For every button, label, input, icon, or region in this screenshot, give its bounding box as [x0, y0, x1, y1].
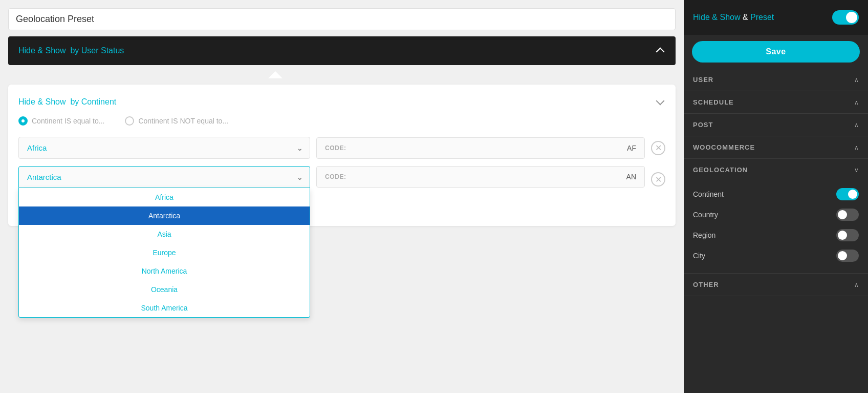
preset-title-input[interactable]: Geolocation Preset [8, 8, 676, 30]
schedule-chevron-icon [854, 99, 859, 106]
save-button[interactable]: Save [692, 41, 860, 63]
sidebar-section-other-header[interactable]: OTHER [684, 274, 868, 296]
geo-city-label: City [693, 252, 705, 260]
sidebar-section-schedule-label: SCHEDULE [693, 98, 734, 106]
remove-row-1-button[interactable]: ✕ [651, 141, 665, 155]
geo-item-continent: Continent [693, 184, 859, 204]
user-status-chevron-up-icon [655, 46, 665, 56]
user-chevron-icon [854, 76, 859, 84]
dropdown-item-antarctica[interactable]: Antarctica [19, 206, 310, 225]
geo-item-region: Region [693, 225, 859, 245]
dropdown-item-south-america[interactable]: South America [19, 299, 310, 317]
post-chevron-icon [854, 121, 859, 129]
sidebar-section-post-label: POST [693, 121, 713, 129]
dropdown-item-north-america[interactable]: North America [19, 262, 310, 280]
sidebar-section-woocommerce-header[interactable]: WOOCOMMERCE [684, 136, 868, 158]
user-status-bar[interactable]: Hide & Show by User Status [8, 36, 676, 65]
preset-toggle-slider [832, 10, 859, 25]
sidebar-header-title: Hide & Show & Preset [693, 13, 774, 22]
sidebar: Hide & Show & Preset Save USER SCHEDULE … [684, 0, 868, 393]
dropdown-item-asia[interactable]: Asia [19, 225, 310, 243]
continent-select-value-1: Africa [27, 143, 47, 152]
code-value-2: AN [626, 173, 636, 181]
continent-select-value-2: Antarctica [27, 173, 61, 181]
dropdown-item-oceania[interactable]: Oceania [19, 280, 310, 299]
geo-region-label: Region [693, 231, 715, 239]
code-label-1: CODE: [325, 144, 346, 152]
radio-circle-inactive [125, 116, 134, 126]
user-status-bar-title: Hide & Show by User Status [18, 46, 124, 55]
sidebar-section-geolocation: GEOLOCATION Continent Country Region [684, 159, 868, 274]
continent-toggle[interactable] [836, 188, 859, 200]
continent-row-1: Africa ⌄ CODE: AF ✕ [18, 137, 665, 159]
continent-panel-chevron-icon[interactable] [655, 97, 665, 107]
sidebar-section-schedule-header[interactable]: SCHEDULE [684, 91, 868, 113]
sidebar-section-geolocation-label: GEOLOCATION [693, 166, 748, 174]
radio-is-equal[interactable]: Continent IS equal to... [18, 116, 104, 126]
sidebar-header: Hide & Show & Preset [684, 0, 868, 35]
geo-item-country: Country [693, 204, 859, 225]
dropdown-pointer [268, 71, 283, 78]
dropdown-item-europe[interactable]: Europe [19, 243, 310, 262]
main-content: Geolocation Preset Hide & Show by User S… [0, 0, 684, 393]
sidebar-section-other: OTHER [684, 274, 868, 296]
continent-toggle-slider [836, 188, 859, 200]
radio-is-label: Continent IS equal to... [32, 117, 104, 125]
code-value-1: AF [627, 144, 636, 152]
sidebar-section-geolocation-header[interactable]: GEOLOCATION [684, 159, 868, 181]
city-toggle-slider [836, 250, 859, 262]
continent-select-1[interactable]: Africa [18, 137, 310, 159]
continent-row-2: Antarctica ⌄ Africa Antarctica Asia Euro… [18, 166, 665, 188]
geo-item-city: City [693, 245, 859, 266]
sidebar-section-post: POST [684, 114, 868, 136]
sidebar-section-woocommerce: WOOCOMMERCE [684, 136, 868, 159]
continent-select-wrapper-1: Africa ⌄ [18, 137, 310, 159]
geo-continent-label: Continent [693, 190, 724, 198]
radio-circle-active [18, 116, 28, 126]
region-toggle[interactable] [836, 229, 859, 241]
sidebar-section-post-header[interactable]: POST [684, 114, 868, 136]
geolocation-expanded: Continent Country Region [684, 181, 868, 273]
sidebar-section-woocommerce-label: WOOCOMMERCE [693, 143, 755, 151]
dropdown-item-africa[interactable]: Africa [19, 188, 310, 206]
other-chevron-icon [854, 281, 859, 288]
code-label-2: CODE: [325, 173, 346, 180]
radio-row: Continent IS equal to... Continent IS NO… [18, 116, 665, 126]
geo-country-label: Country [693, 211, 718, 219]
sidebar-section-schedule: SCHEDULE [684, 91, 868, 114]
geolocation-chevron-icon [854, 167, 859, 174]
code-field-2: CODE: AN [316, 166, 645, 188]
radio-is-not-label: Continent IS NOT equal to... [138, 117, 228, 125]
preset-toggle[interactable] [832, 10, 859, 25]
radio-is-not-equal[interactable]: Continent IS NOT equal to... [125, 116, 228, 126]
region-toggle-slider [836, 229, 859, 241]
sidebar-section-other-label: OTHER [693, 281, 719, 288]
sidebar-section-user-label: USER [693, 76, 713, 84]
remove-row-2-button[interactable]: ✕ [651, 172, 665, 187]
sidebar-section-user: USER [684, 69, 868, 91]
country-toggle-slider [836, 209, 859, 221]
sidebar-section-user-header[interactable]: USER [684, 69, 868, 91]
woocommerce-chevron-icon [854, 144, 859, 151]
code-field-1: CODE: AF [316, 137, 645, 159]
continent-panel: Hide & Show by Continent Continent IS eq… [8, 85, 676, 226]
city-toggle[interactable] [836, 250, 859, 262]
continent-select-wrapper-2: Antarctica ⌄ Africa Antarctica Asia Euro… [18, 166, 310, 188]
continent-panel-title: Hide & Show by Continent [18, 97, 665, 107]
continent-select-2[interactable]: Antarctica [18, 166, 310, 188]
continent-dropdown-list: Africa Antarctica Asia Europe North Amer… [18, 188, 310, 318]
country-toggle[interactable] [836, 209, 859, 221]
